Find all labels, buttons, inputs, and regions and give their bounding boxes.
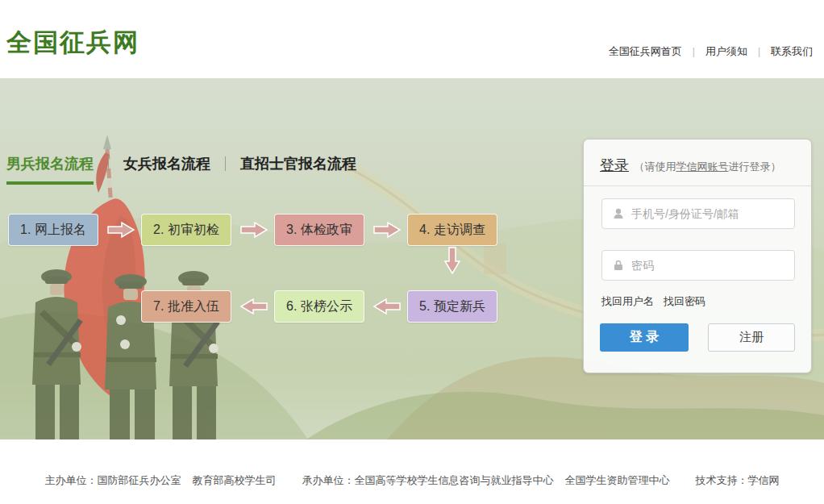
flow-step-home-visit: 4. 走访调查 — [407, 214, 497, 246]
arrow-right-icon — [239, 221, 268, 239]
forgot-username-link[interactable]: 找回用户名 — [601, 294, 654, 309]
login-title: 登录 — [600, 157, 629, 173]
password-field-wrapper — [601, 250, 795, 281]
header: 全国征兵网 全国征兵网首页 | 用户须知 | 联系我们 — [0, 0, 824, 78]
lock-icon — [612, 259, 625, 272]
hero-section: 男兵报名流程 女兵报名流程 直招士官报名流程 1. 网上报名 2. 初审初检 3… — [0, 78, 824, 439]
footer-host-org: 主办单位：国防部征兵办公室 — [45, 473, 181, 488]
username-input[interactable] — [631, 200, 794, 227]
arrow-left-icon — [372, 298, 402, 315]
footer-host-org-2: 教育部高校学生司 — [193, 473, 277, 488]
flow-step-initial-review: 2. 初审初检 — [141, 214, 231, 246]
tab-divider — [225, 156, 226, 171]
site-logo[interactable]: 全国征兵网 — [6, 26, 139, 60]
username-field-wrapper — [601, 198, 795, 229]
flow-step-online-registration: 1. 网上报名 — [8, 214, 98, 246]
nav-user-notice-link[interactable]: 用户须知 — [705, 44, 747, 59]
login-subtitle: （请使用学信网账号进行登录） — [634, 160, 780, 173]
tab-divider — [108, 156, 109, 171]
nav-home-link[interactable]: 全国征兵网首页 — [609, 44, 682, 59]
footer: 主办单位：国防部征兵办公室 教育部高校学生司 承办单位：全国高等学校学生信息咨询… — [0, 439, 824, 504]
login-header: 登录 （请使用学信网账号进行登录） — [584, 140, 811, 186]
nav-contact-link[interactable]: 联系我们 — [771, 44, 813, 59]
chsi-account-link[interactable]: 学信网账号 — [676, 160, 728, 173]
flow-step-approval-enlistment: 7. 批准入伍 — [141, 290, 231, 323]
flow-step-physical-political-exam: 3. 体检政审 — [274, 214, 364, 246]
flow-step-pre-selection: 5. 预定新兵 — [407, 290, 497, 323]
nav-separator: | — [758, 46, 760, 57]
account-recovery-links: 找回用户名 找回密码 — [601, 294, 705, 309]
login-subtitle-suffix: 进行登录） — [728, 160, 780, 173]
tab-female-enlistment[interactable]: 女兵报名流程 — [123, 154, 210, 181]
top-nav: 全国征兵网首页 | 用户须知 | 联系我们 — [609, 44, 813, 59]
footer-credits: 主办单位：国防部征兵办公室 教育部高校学生司 承办单位：全国高等学校学生信息咨询… — [0, 473, 824, 488]
flow-step-public-announcement: 6. 张榜公示 — [274, 290, 364, 323]
nav-separator: | — [693, 46, 695, 57]
arrow-right-icon — [372, 221, 402, 239]
tab-male-enlistment[interactable]: 男兵报名流程 — [6, 154, 94, 185]
footer-tech-support: 技术支持：学信网 — [696, 473, 780, 488]
arrow-down-icon — [443, 246, 461, 275]
login-panel: 登录 （请使用学信网账号进行登录） 找回用户名 找回密码 登 录 注册 — [583, 139, 812, 373]
arrow-left-icon — [239, 298, 268, 315]
arrow-right-icon — [106, 221, 135, 239]
footer-undertaker-org: 承办单位：全国高等学校学生信息咨询与就业指导中心 — [302, 473, 554, 488]
login-button[interactable]: 登 录 — [600, 323, 689, 352]
login-subtitle-prefix: （请使用 — [634, 160, 676, 173]
user-icon — [612, 207, 625, 220]
page: 全国征兵网 全国征兵网首页 | 用户须知 | 联系我们 — [0, 0, 824, 504]
tab-nco-recruitment[interactable]: 直招士官报名流程 — [240, 154, 356, 181]
register-button[interactable]: 注册 — [708, 323, 795, 352]
footer-undertaker-org-2: 全国学生资助管理中心 — [565, 473, 670, 488]
forgot-password-link[interactable]: 找回密码 — [664, 294, 705, 309]
process-tabs: 男兵报名流程 女兵报名流程 直招士官报名流程 — [6, 154, 356, 185]
password-input[interactable] — [631, 252, 794, 279]
